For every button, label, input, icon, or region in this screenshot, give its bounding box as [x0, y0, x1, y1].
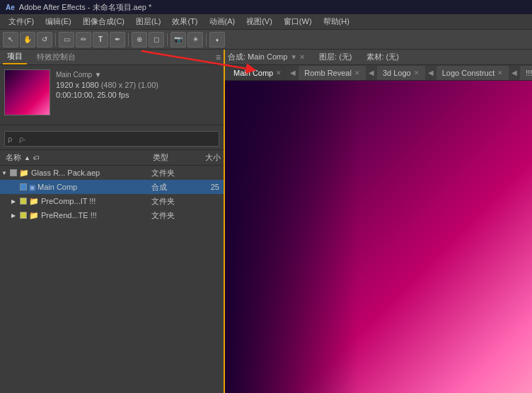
toggle-arrow[interactable]: ▶ [11, 198, 18, 205]
menu-edit[interactable]: 编辑(E) [40, 15, 77, 28]
comp-panel-header: 合成: Main Comp ▼ ✕ 图层: (无) 素材: (无) [225, 50, 532, 65]
item-type: 合成 [151, 182, 194, 193]
panel-menu-icon[interactable]: ≡ [216, 52, 221, 62]
folder-icon: 📁 [19, 169, 29, 178]
tab-separator-3: ◀ [510, 67, 519, 78]
toolbar: ↖ ✋ ↺ ▭ ✏ T ✒ ⊕ ◻ 📷 ☀ ⬧ [0, 30, 532, 50]
item-name: PreComp...IT !!! [41, 197, 151, 205]
toggle-arrow[interactable]: ▼ [1, 170, 8, 176]
folder-icon: 📁 [29, 197, 39, 206]
item-name: Main Comp [37, 183, 151, 191]
preview-info: Main Comp ▼ 1920 x 1080 (480 x 27) (1.00… [56, 69, 158, 120]
text-tool-button[interactable]: T [93, 32, 108, 47]
puppet-tool-button[interactable]: ⬧ [209, 32, 225, 47]
item-name: Glass R... Pack.aep [31, 169, 151, 177]
tab-extra[interactable]: !!! L [520, 66, 532, 80]
materials-label: 素材: (无) [366, 52, 399, 62]
left-panel: 项目 特效控制台 ≡ Main Comp ▼ 1920 x 1080 (480 … [0, 50, 225, 393]
tab-romb-reveal[interactable]: Romb Reveal ✕ [299, 66, 366, 80]
menu-composition[interactable]: 图像合成(C) [77, 15, 130, 28]
main-layout: 项目 特效控制台 ≡ Main Comp ▼ 1920 x 1080 (480 … [0, 50, 532, 393]
toolbar-separator-1 [55, 33, 56, 46]
tab-separator: ◀ [367, 67, 376, 78]
tab-3d-logo[interactable]: 3d Logo ✕ [377, 66, 425, 80]
file-list: ▼ 📁 Glass R... Pack.aep 文件夹 ▶ ▣ Main Com… [0, 166, 224, 393]
eraser-tool-button[interactable]: ◻ [149, 32, 164, 47]
search-bar: ρ [0, 128, 224, 150]
comp-name: Main Comp ▼ [56, 69, 158, 79]
rectangle-tool-button[interactable]: ▭ [59, 32, 74, 47]
toolbar-separator-2 [128, 33, 129, 46]
comp-duration: 0:00:10:00, 25.00 fps [56, 91, 158, 99]
list-item[interactable]: ▼ 📁 Glass R... Pack.aep 文件夹 [0, 166, 224, 180]
clone-tool-button[interactable]: ⊕ [132, 32, 147, 47]
menu-help[interactable]: 帮助(H) [318, 15, 355, 28]
preview-thumbnail [4, 69, 50, 115]
preview-area: Main Comp ▼ 1920 x 1080 (480 x 27) (1.00… [0, 65, 224, 125]
color-label-box [10, 169, 17, 176]
rotate-tool-button[interactable]: ↺ [37, 32, 52, 47]
comp-resolution: 1920 x 1080 (480 x 27) (1.00) [56, 81, 158, 89]
layers-label: 图层: (无) [319, 52, 352, 62]
hand-tool-button[interactable]: ✋ [20, 32, 35, 47]
color-label-box [20, 183, 27, 190]
menu-view[interactable]: 视图(V) [241, 15, 278, 28]
color-label-box [20, 198, 27, 205]
search-input[interactable] [4, 131, 219, 147]
col-type-header: 类型 [153, 152, 195, 163]
right-panel: 合成: Main Comp ▼ ✕ 图层: (无) 素材: (无) Main C… [225, 50, 532, 393]
light-tool-button[interactable]: ☀ [187, 32, 203, 47]
list-item[interactable]: ▶ ▣ Main Comp 合成 25 [0, 180, 224, 194]
toolbar-separator-3 [167, 33, 168, 46]
item-name: PreRend...TE !!! [41, 211, 151, 220]
menu-layer[interactable]: 图层(L) [130, 15, 166, 28]
menu-bar: 文件(F) 编辑(E) 图像合成(C) 图层(L) 效果(T) 动画(A) 视图… [0, 14, 532, 30]
toolbar-separator-4 [206, 33, 207, 46]
item-type: 文件夹 [151, 210, 194, 221]
folder-icon: 📁 [29, 211, 39, 220]
tab-separator-2: ◀ [427, 67, 435, 78]
menu-file[interactable]: 文件(F) [3, 15, 40, 28]
menu-animation[interactable]: 动画(A) [204, 15, 241, 28]
title-bar: Ae Adobe After Effects - 未命名项目.aep * [0, 0, 532, 14]
comp-icon: ▣ [29, 183, 35, 191]
tab-project[interactable]: 项目 [3, 50, 27, 64]
comp-tabs: Main Comp ✕ ◀ Romb Reveal ✕ ◀ 3d Logo ✕ … [225, 65, 532, 81]
toggle-arrow[interactable]: ▶ [11, 212, 18, 219]
col-size-header: 大小 [195, 152, 224, 163]
pen-tool-button[interactable]: ✏ [76, 32, 91, 47]
item-type: 文件夹 [151, 168, 194, 178]
comp-canvas [225, 81, 532, 393]
menu-window[interactable]: 窗口(W) [278, 15, 318, 28]
menu-effect[interactable]: 效果(T) [166, 15, 203, 28]
panel-header: 项目 特效控制台 ≡ [0, 50, 224, 65]
tab-logo-construct[interactable]: Logo Construct ✕ [436, 66, 509, 80]
select-tool-button[interactable]: ↖ [3, 32, 18, 47]
camera-tool-button[interactable]: 📷 [170, 32, 186, 47]
tab-effects-controls[interactable]: 特效控制台 [33, 50, 80, 64]
search-icon: ρ [8, 135, 12, 143]
color-label-box [20, 212, 27, 219]
item-size: 25 [194, 183, 222, 191]
tab-nav-arrow[interactable]: ◀ [289, 67, 297, 78]
app-title: Adobe After Effects - 未命名项目.aep * [19, 2, 152, 13]
list-header: 名称 ▲ 🏷 类型 大小 [0, 150, 224, 166]
ae-icon: Ae [6, 4, 15, 11]
list-item[interactable]: ▶ 📁 PreComp...IT !!! 文件夹 [0, 194, 224, 208]
comp-label: 合成: Main Comp [228, 52, 287, 62]
list-item[interactable]: ▶ 📁 PreRend...TE !!! 文件夹 [0, 208, 224, 222]
comp-visual [225, 81, 532, 393]
item-type: 文件夹 [151, 196, 194, 207]
brush-tool-button[interactable]: ✒ [110, 32, 125, 47]
tab-main-comp[interactable]: Main Comp ✕ [228, 66, 287, 80]
tab-close-main[interactable]: ✕ [276, 69, 282, 76]
col-name-header: 名称 ▲ 🏷 [0, 152, 153, 163]
